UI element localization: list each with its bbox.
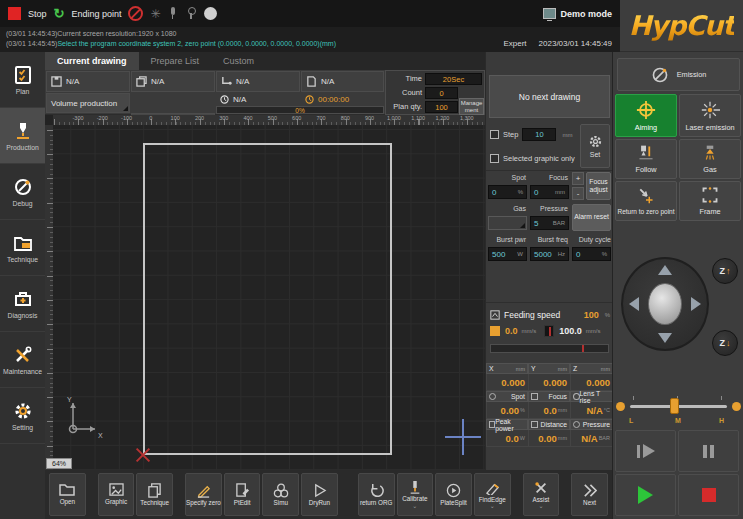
gauge-icon [573, 421, 580, 428]
sidebar-item-debug[interactable]: Debug [0, 164, 45, 220]
follow-button[interactable]: Follow [615, 139, 677, 179]
set-button[interactable]: Set [580, 124, 610, 168]
focus-value[interactable]: 0mm [530, 185, 569, 199]
microphone-icon[interactable] [168, 7, 178, 20]
return-to-zero-button[interactable]: Return to zero point [615, 181, 677, 221]
management-button[interactable]: Management [459, 98, 484, 115]
open-button[interactable]: Open [49, 473, 86, 516]
y-position-value: 0.000 [528, 374, 570, 391]
file-slot-1[interactable]: N/A [46, 71, 130, 92]
demo-mode-label: Demo mode [560, 9, 612, 19]
production-mode-dropdown[interactable]: Volume production [46, 93, 130, 113]
platesplit-button[interactable]: PlateSplit [435, 473, 472, 516]
sidebar-item-setting[interactable]: Setting [0, 388, 45, 444]
hypcut-logo: HypCut [629, 10, 734, 41]
sidebar-item-production[interactable]: Production [0, 108, 45, 164]
jog-up-arrow[interactable] [658, 265, 672, 275]
return-zero-icon [637, 187, 655, 205]
coordinates-grid: Xmm Ymm Zmm 0.000 0.000 0.000 Spot Focus… [486, 363, 613, 447]
duty-cycle-value[interactable]: 0% [572, 247, 611, 261]
pressure-value[interactable]: 5BAR [530, 216, 569, 230]
drawing-tabs: Current drawing Prepare List Custom [45, 52, 485, 70]
sidebar-item-technique[interactable]: Technique [0, 220, 45, 276]
feeding-speed-label: Feeding speed [504, 310, 560, 320]
simu-button[interactable]: Simu [262, 473, 299, 516]
file-slot-3[interactable]: N/A [216, 71, 300, 92]
follow-icon [637, 144, 655, 162]
slider-handle[interactable] [670, 398, 679, 414]
jog-right-arrow[interactable] [691, 297, 701, 311]
return-org-button[interactable]: return ORG [358, 473, 395, 516]
drawing-rectangle[interactable] [143, 143, 392, 455]
frame-button[interactable]: Frame [679, 181, 741, 221]
ball-indicator-icon[interactable] [204, 7, 217, 20]
aiming-button[interactable]: Aiming [615, 94, 677, 137]
dryrun-button[interactable]: DryRun [301, 473, 338, 516]
sidebar-item-plan[interactable]: Plan [0, 52, 45, 108]
drawing-canvas[interactable]: -300-200-1000100200300400500600700800900… [45, 115, 485, 470]
ending-point-icon[interactable]: ↻ [54, 7, 65, 20]
estimated-time-value: N/A [233, 95, 246, 104]
file-value: N/A [321, 77, 334, 86]
slider-left-dot[interactable] [616, 402, 625, 411]
count-label: Count [386, 88, 422, 97]
sidebar-item-maintenance[interactable]: Maintenance [0, 332, 45, 388]
focus-plus-button[interactable]: + [572, 172, 584, 185]
sidebar-item-diagnosis[interactable]: Diagnosis [0, 276, 45, 332]
pages-icon [136, 76, 147, 87]
specify-zero-button[interactable]: Specify zero [185, 473, 222, 516]
ruler-label: 200 [195, 115, 204, 121]
alarm-reset-button[interactable]: Alarm reset [572, 204, 611, 231]
arrow-down-icon: ↓ [726, 338, 731, 348]
file-slot-4[interactable]: N/A [301, 71, 384, 92]
chevron-down-icon: ⌄ [412, 505, 417, 508]
laser-prohibited-icon[interactable] [128, 6, 143, 21]
speed-labels: L M H [615, 417, 742, 426]
laser-emission-button[interactable]: Laser emission [679, 94, 741, 137]
jog-center-knob[interactable] [648, 283, 682, 325]
burst-pwr-value[interactable]: 500W [488, 247, 527, 261]
feeding-speed-slider[interactable] [490, 344, 609, 353]
findedge-button[interactable]: FindEdge ⌄ [474, 473, 511, 516]
tab-current-drawing[interactable]: Current drawing [45, 52, 139, 70]
burst-freq-value[interactable]: 5000Hz [530, 247, 569, 261]
start-button[interactable] [615, 474, 676, 516]
technique-button[interactable]: Technique [136, 473, 173, 516]
ptedit-button[interactable]: PtEdit [224, 473, 261, 516]
tab-custom[interactable]: Custom [211, 52, 266, 70]
step-run-button[interactable] [615, 430, 676, 472]
z-up-button[interactable]: Z↑ [712, 258, 738, 284]
step-checkbox[interactable] [490, 130, 499, 139]
file-slot-2[interactable]: N/A [131, 71, 215, 92]
pressure-status-value: N/ABAR [570, 430, 613, 447]
jog-left-arrow[interactable] [629, 297, 639, 311]
jog-speed-slider[interactable] [615, 396, 742, 416]
pause-button[interactable] [678, 430, 739, 472]
stop-square-icon[interactable] [8, 7, 21, 20]
focus-adjust-button[interactable]: Focus adjust [586, 172, 611, 200]
sidebar-label: Maintenance [3, 368, 42, 375]
slider-right-dot[interactable] [732, 402, 741, 411]
assist-button[interactable]: Assist ⌄ [523, 473, 560, 516]
next-button[interactable]: Next [571, 473, 608, 516]
datetime-label: 2023/03/01 14:45:49 [539, 39, 612, 48]
emission-button[interactable]: Emission [617, 58, 740, 91]
calibrate-button[interactable]: Calibrate ⌄ [397, 473, 434, 516]
spot-value[interactable]: 0% [488, 185, 527, 199]
sheet-icon [306, 76, 317, 87]
jog-down-arrow[interactable] [658, 333, 672, 343]
z-down-button[interactable]: Z↓ [712, 330, 738, 356]
pencil-icon [196, 483, 211, 498]
stop-button[interactable] [678, 474, 739, 516]
focus-minus-button[interactable]: - [572, 187, 584, 200]
step-value-input[interactable]: 10 [522, 128, 556, 141]
laser-spark-icon[interactable]: ✳ [150, 7, 160, 21]
selected-graphic-checkbox[interactable] [490, 154, 499, 163]
step-bar-icon [637, 445, 640, 458]
tab-prepare-list[interactable]: Prepare List [139, 52, 212, 70]
gas-dropdown[interactable] [488, 216, 527, 230]
graphic-button[interactable]: Graphic [98, 473, 135, 516]
play-icon [638, 486, 653, 504]
gas-button[interactable]: Gas [679, 139, 741, 179]
joystick-icon[interactable] [185, 7, 197, 20]
